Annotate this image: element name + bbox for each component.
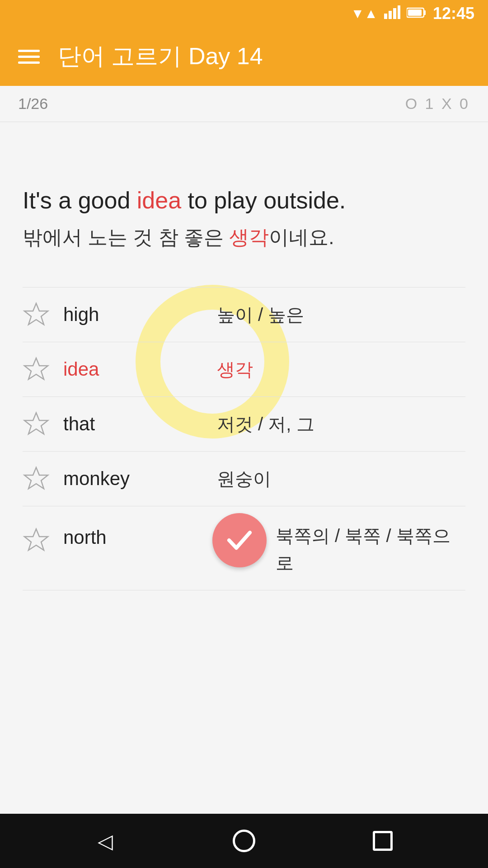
english-prefix: It's a good xyxy=(23,187,137,213)
svg-marker-10 xyxy=(24,467,48,489)
svg-marker-8 xyxy=(24,358,48,379)
word-list: high 높이 / 높은 idea 생각 that 저것 / 저, 그 xyxy=(23,287,465,590)
word-english-monkey: monkey xyxy=(63,468,199,490)
word-row-idea: idea 생각 xyxy=(23,342,465,397)
hamburger-line-2 xyxy=(18,56,40,58)
svg-rect-0 xyxy=(384,14,387,19)
svg-rect-1 xyxy=(389,11,392,19)
app-bar-title: 단어 고르기 Day 14 xyxy=(58,41,263,72)
nav-bar: ◁ xyxy=(0,814,488,868)
app-bar: 단어 고르기 Day 14 xyxy=(0,27,488,86)
korean-suffix: 이네요. xyxy=(269,226,334,248)
word-row-monkey: monkey 원숭이 xyxy=(23,452,465,506)
main-content: It's a good idea to play outside. 밖에서 노는… xyxy=(0,122,488,814)
star-icon-monkey[interactable] xyxy=(23,465,50,492)
progress-indicator: 1/26 xyxy=(18,95,48,113)
star-icon-high[interactable] xyxy=(23,301,50,328)
signal-icon xyxy=(384,5,400,22)
word-korean-monkey: 원숭이 xyxy=(217,467,465,491)
word-row-that: that 저것 / 저, 그 xyxy=(23,397,465,452)
home-button[interactable] xyxy=(226,823,262,859)
score-indicator: O 1 X 0 xyxy=(405,95,470,113)
status-bar: ▼▲ 12:45 xyxy=(0,0,488,27)
word-row-high: high 높이 / 높은 xyxy=(23,287,465,342)
word-korean-idea: 생각 xyxy=(217,357,465,382)
star-icon-north[interactable] xyxy=(23,527,50,554)
svg-marker-7 xyxy=(24,303,48,325)
svg-marker-9 xyxy=(24,413,48,434)
english-sentence: It's a good idea to play outside. xyxy=(23,185,465,216)
english-suffix: to play outside. xyxy=(181,187,346,213)
korean-sentence: 밖에서 노는 것 참 좋은 생각이네요. xyxy=(23,223,465,251)
star-icon-idea[interactable] xyxy=(23,356,50,383)
svg-rect-3 xyxy=(398,5,400,19)
wifi-icon: ▼▲ xyxy=(351,6,378,21)
word-english-idea: idea xyxy=(63,359,199,380)
svg-marker-11 xyxy=(24,529,48,550)
word-english-north: north xyxy=(63,527,199,548)
svg-rect-6 xyxy=(408,9,422,16)
status-time: 12:45 xyxy=(433,4,474,23)
word-english-that: that xyxy=(63,413,199,435)
word-korean-north: 북쪽의 / 북쪽 / 북쪽으로 xyxy=(276,522,465,576)
korean-prefix: 밖에서 노는 것 참 좋은 xyxy=(23,226,229,248)
english-highlight-word: idea xyxy=(137,187,181,213)
back-icon: ◁ xyxy=(98,830,113,853)
word-korean-that: 저것 / 저, 그 xyxy=(217,412,465,437)
sentence-area: It's a good idea to play outside. 밖에서 노는… xyxy=(23,185,465,251)
hamburger-line-3 xyxy=(18,61,40,64)
back-button[interactable]: ◁ xyxy=(87,823,123,859)
hamburger-line-1 xyxy=(18,50,40,52)
status-icons: ▼▲ 12:45 xyxy=(351,4,474,23)
korean-highlight-word: 생각 xyxy=(229,226,269,248)
hamburger-menu-button[interactable] xyxy=(18,50,40,64)
word-korean-high: 높이 / 높은 xyxy=(217,302,465,327)
word-row-north: north 북쪽의 / 북쪽 / 북쪽으로 xyxy=(23,506,465,590)
check-button-north[interactable] xyxy=(212,513,267,567)
home-icon xyxy=(233,830,255,852)
star-icon-that[interactable] xyxy=(23,410,50,438)
battery-icon xyxy=(407,7,427,20)
svg-rect-2 xyxy=(393,8,396,19)
word-english-high: high xyxy=(63,304,199,326)
recents-icon xyxy=(373,831,393,851)
score-bar: 1/26 O 1 X 0 xyxy=(0,86,488,122)
svg-rect-5 xyxy=(424,10,426,15)
recents-button[interactable] xyxy=(365,823,401,859)
